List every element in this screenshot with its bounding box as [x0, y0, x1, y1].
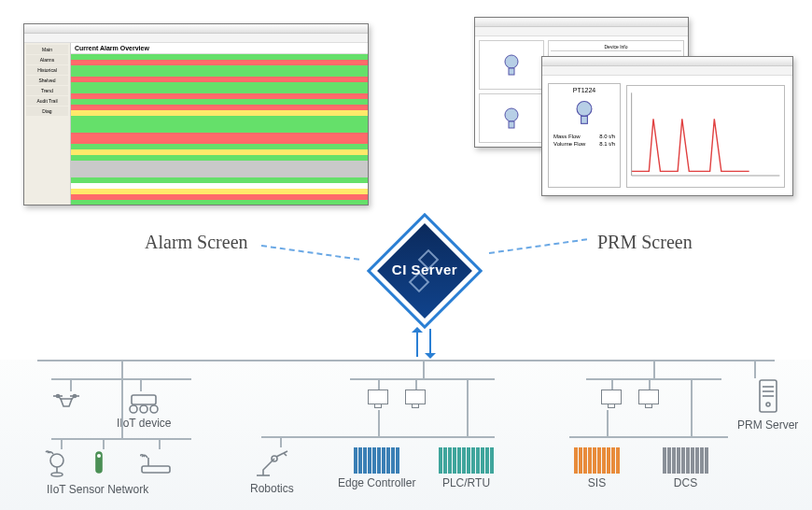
- device-card: [479, 93, 544, 143]
- sensor-ball-icon: [45, 449, 69, 477]
- transmitter-icon: [497, 51, 525, 79]
- prm-screenshot-2: PT1224 Mass Flow8.0 t/hVolume Flow8.1 t/…: [541, 56, 793, 196]
- alarm-table-rows: [71, 54, 368, 205]
- alarm-sidebar-item: Historical: [26, 65, 68, 75]
- alarm-screenshot: MainAlarmsHistoricalShelvedTrendAudit Tr…: [23, 23, 369, 205]
- device-info-title: Device Info: [551, 43, 681, 51]
- alarm-sidebar-item: Shelved: [26, 76, 68, 85]
- main-bus: [37, 360, 775, 361]
- prm-screen-label: PRM Screen: [597, 232, 693, 253]
- hmi-icon: [638, 390, 659, 404]
- plc-rtu-rack: PLC/RTU: [439, 447, 494, 489]
- svg-point-16: [140, 405, 147, 413]
- device-readings-panel: PT1224 Mass Flow8.0 t/hVolume Flow8.1 t/…: [548, 83, 621, 188]
- router-icon: [140, 449, 172, 475]
- reading-row: Mass Flow8.0 t/h: [552, 133, 617, 140]
- alarm-sidebar-item: Alarms: [26, 55, 68, 64]
- edge-controller-label: Edge Controller: [338, 476, 415, 489]
- robotics-label: Robotics: [250, 482, 294, 495]
- device-card: [479, 40, 544, 90]
- svg-rect-1: [509, 68, 514, 75]
- svg-point-15: [130, 405, 137, 413]
- trend-line-icon: [627, 86, 784, 187]
- svg-rect-5: [581, 116, 588, 123]
- svg-rect-24: [142, 466, 170, 473]
- connector-prm-to-ci: [489, 238, 587, 254]
- window-titlebar: [542, 57, 792, 66]
- svg-point-2: [505, 108, 518, 121]
- sis-rack: SIS: [574, 447, 620, 489]
- iiot-sensor-network-label: IIoT Sensor Network: [47, 483, 148, 496]
- alarm-screen-label: Alarm Screen: [145, 232, 248, 253]
- svg-point-17: [150, 405, 158, 413]
- window-titlebar: [24, 24, 368, 34]
- iiot-device-label: IIoT device: [117, 417, 171, 430]
- prm-server-label: PRM Server: [737, 418, 798, 432]
- connector-alarm-to-ci: [261, 245, 359, 261]
- window-titlebar: [475, 18, 688, 27]
- reading-row: Volume Flow8.1 t/h: [552, 140, 617, 148]
- svg-point-22: [97, 454, 101, 458]
- device-id: PT1224: [552, 87, 617, 93]
- sis-label: SIS: [588, 476, 606, 489]
- svg-point-0: [505, 55, 518, 68]
- svg-point-30: [766, 403, 770, 406]
- svg-point-18: [50, 454, 63, 467]
- hmi-icon: [368, 390, 388, 404]
- ci-server-node: CI Server: [369, 215, 481, 327]
- alarm-sidebar: MainAlarmsHistoricalShelvedTrendAudit Tr…: [24, 43, 71, 205]
- rover-icon: IIoT device: [117, 391, 171, 430]
- trend-chart: [626, 85, 785, 188]
- robot-arm-icon: Robotics: [250, 447, 294, 495]
- prm-server-icon: PRM Server: [737, 378, 798, 432]
- dcs-label: DCS: [674, 476, 697, 489]
- svg-point-4: [577, 102, 592, 117]
- readings-list: Mass Flow8.0 t/hVolume Flow8.1 t/h: [552, 133, 617, 148]
- edge-controller-rack: Edge Controller: [338, 447, 415, 489]
- drone-icon: [51, 391, 81, 412]
- dcs-rack: DCS: [663, 447, 708, 489]
- window-toolbar: [542, 66, 792, 76]
- window-toolbar: [475, 27, 688, 36]
- transmitter-icon: [497, 105, 525, 133]
- alarm-row: [71, 200, 368, 205]
- hmi-icon: [405, 390, 426, 404]
- transmitter-icon: [568, 97, 600, 129]
- svg-point-20: [51, 473, 63, 476]
- svg-rect-3: [509, 121, 514, 128]
- network-topology: IIoT device IIoT Sensor Network Robotics…: [0, 360, 812, 510]
- alarm-sidebar-item: Main: [26, 45, 68, 54]
- bidirectional-arrow-icon: [414, 325, 435, 361]
- alarm-sidebar-item: Audit Trail: [26, 96, 68, 106]
- hmi-icon: [601, 390, 622, 404]
- ci-server-label: CI Server: [369, 262, 481, 277]
- svg-rect-14: [132, 395, 156, 404]
- window-toolbar: [24, 34, 368, 43]
- alarm-table-title: Current Alarm Overview: [71, 43, 368, 54]
- plc-rtu-label: PLC/RTU: [442, 476, 490, 489]
- sensor-stick-icon: [91, 449, 106, 477]
- alarm-sidebar-item: Trend: [26, 86, 68, 95]
- alarm-sidebar-item: Diag: [26, 106, 68, 116]
